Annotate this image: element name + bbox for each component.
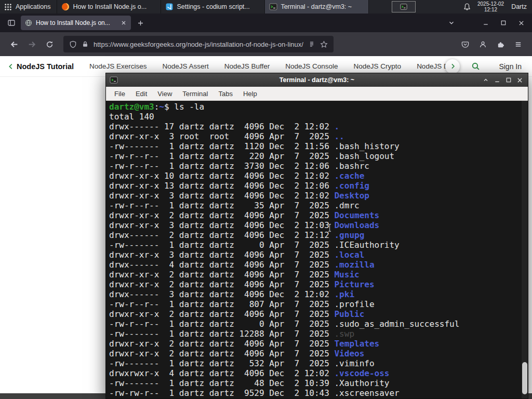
menu-file[interactable]: File xyxy=(109,90,130,98)
terminal-line: -rw------- 1 dartz dartz 48 Dec 2 10:39 … xyxy=(109,378,521,388)
applications-label: Applications xyxy=(16,3,50,10)
browser-tab-bar: How to Install Node.js on... xyxy=(0,14,532,32)
pocket-icon[interactable] xyxy=(456,36,474,52)
terminal-line: drwxr-xr-x 2 dartz dartz 4096 Apr 7 2025… xyxy=(109,210,521,220)
menu-edit[interactable]: Edit xyxy=(130,90,152,98)
terminal-line: drwxr-xr-x 13 dartz dartz 4096 Dec 2 12:… xyxy=(109,181,521,191)
codium-icon xyxy=(165,3,174,11)
gfg-nav-item[interactable]: NodeJS Assert xyxy=(162,62,208,70)
browser-tab[interactable]: How to Install Node.js on... xyxy=(21,16,131,30)
gfg-nav-item[interactable]: NodeJS Console xyxy=(285,62,338,70)
window-controls xyxy=(477,14,530,32)
close-icon xyxy=(516,77,523,84)
terminal-line: drwxr-xr-x 2 dartz dartz 4096 Apr 7 2025… xyxy=(109,309,521,319)
chevron-left-icon[interactable] xyxy=(7,63,15,70)
shield-icon[interactable] xyxy=(69,41,77,48)
terminal-minimize-button[interactable] xyxy=(493,75,501,85)
taskbar-button-codium[interactable]: Settings - codium script... xyxy=(161,0,265,14)
gfg-nav-item[interactable]: NodeJS Crypto xyxy=(354,62,402,70)
taskbar-button-firefox[interactable]: How to Install Node.js o... xyxy=(57,0,161,14)
new-tab-button[interactable] xyxy=(137,20,144,26)
taskbar-label: Settings - codium script... xyxy=(177,3,260,10)
menu-tabs[interactable]: Tabs xyxy=(213,90,237,98)
clock-date: 2025-12-02 xyxy=(477,1,504,7)
window-minimize-button[interactable] xyxy=(477,14,495,32)
terminal-line: -rw------- 1 dartz dartz 12288 Apr 7 202… xyxy=(109,329,521,339)
window-close-button[interactable] xyxy=(512,14,530,32)
nav-scroll-right-button[interactable] xyxy=(445,59,460,74)
url-text: https://www.geeksforgeeks.org/node-js/in… xyxy=(94,41,303,48)
tab-close-button[interactable] xyxy=(121,20,127,26)
taskbar-label: How to Install Node.js o... xyxy=(73,3,156,10)
menu-view[interactable]: View xyxy=(152,90,177,98)
menu-help[interactable]: Help xyxy=(238,90,262,98)
gfg-nav-item[interactable]: NodeJS Tutorial xyxy=(17,62,74,71)
taskbar-button-terminal[interactable]: Terminal - dartz@vm3: ~ xyxy=(265,0,369,14)
reload-icon xyxy=(46,41,54,48)
firefox-view-icon[interactable] xyxy=(7,19,16,27)
gfg-nav-item[interactable]: NodeJS Buffer xyxy=(224,62,270,70)
search-icon[interactable] xyxy=(471,62,480,71)
maximize-icon xyxy=(506,77,512,83)
shade-button[interactable] xyxy=(481,75,490,85)
user-menu[interactable]: Dartz xyxy=(511,3,527,10)
minimize-icon xyxy=(494,77,500,83)
firefox-icon xyxy=(61,3,70,11)
terminal-line: drwx------ 4 dartz dartz 4096 Apr 7 2025… xyxy=(109,260,521,270)
top-panel: Applications How to Install Node.js o...… xyxy=(0,0,532,14)
terminal-line: drwxr-xr-x 2 dartz dartz 4096 Apr 7 2025… xyxy=(109,280,521,289)
terminal-line: -rw------- 1 dartz dartz 1120 Dec 2 11:5… xyxy=(109,141,521,151)
url-bar[interactable]: https://www.geeksforgeeks.org/node-js/in… xyxy=(63,36,334,52)
applications-button[interactable]: Applications xyxy=(0,0,57,14)
terminal-maximize-button[interactable] xyxy=(504,75,513,85)
terminal-icon xyxy=(400,3,407,10)
window-maximize-button[interactable] xyxy=(495,14,512,32)
menu-terminal[interactable]: Terminal xyxy=(177,90,213,98)
terminal-line: drwxr-xr-x 2 dartz dartz 4096 Apr 7 2025… xyxy=(109,270,521,280)
terminal-close-button[interactable] xyxy=(515,75,524,85)
terminal-line: drwxr-xr-x 2 dartz dartz 4096 Apr 7 2025… xyxy=(109,339,521,349)
terminal-titlebar[interactable]: Terminal - dartz@vm3: ~ xyxy=(106,73,528,87)
applications-icon xyxy=(4,3,12,11)
back-arrow-icon xyxy=(10,40,19,49)
mouse-cursor xyxy=(326,223,333,232)
panel-clock[interactable]: 2025-12-02 12:12 xyxy=(477,1,504,12)
terminal-lines: dartz@vm3:~$ ls -latotal 140drwx------ 1… xyxy=(109,102,521,398)
forward-button[interactable] xyxy=(23,36,41,52)
terminal-line: total 140 xyxy=(109,112,521,122)
terminal-line: drwxr-xr-x 3 root root 4096 Apr 7 2025 .… xyxy=(109,131,521,141)
bookmark-star-icon[interactable] xyxy=(320,41,328,48)
sign-in-link[interactable]: Sign In xyxy=(499,62,522,71)
lock-icon[interactable] xyxy=(82,41,89,48)
reload-button[interactable] xyxy=(41,36,58,52)
list-tabs-button[interactable] xyxy=(448,19,455,26)
scrollbar-thumb[interactable] xyxy=(522,362,527,394)
terminal-line: drwx------ 3 dartz dartz 4096 Dec 2 12:0… xyxy=(109,289,521,299)
back-button[interactable] xyxy=(5,36,23,52)
forward-arrow-icon xyxy=(28,40,36,49)
chevron-right-icon xyxy=(449,63,456,70)
terminal-output[interactable]: dartz@vm3:~$ ls -latotal 140drwx------ 1… xyxy=(106,101,528,398)
terminal-line: -rw-r--r-- 1 dartz dartz 0 Apr 7 2025 .s… xyxy=(109,319,521,329)
clock-time: 12:12 xyxy=(477,7,504,12)
extensions-icon[interactable] xyxy=(491,36,509,52)
terminal-scrollbar[interactable] xyxy=(522,101,528,398)
terminal-line: drwxr-xr-x 10 dartz dartz 4096 Dec 2 12:… xyxy=(109,171,521,181)
reader-mode-icon[interactable] xyxy=(308,41,315,48)
chevron-up-icon xyxy=(483,77,489,83)
terminal-line: drwxr-xr-x 3 dartz dartz 4096 Dec 2 12:0… xyxy=(109,191,521,201)
terminal-window: Terminal - dartz@vm3: ~ FileEditViewTerm… xyxy=(105,73,528,399)
gfg-nav-items: NodeJS TutorialNodeJS ExercisesNodeJS As… xyxy=(17,62,454,71)
terminal-line: -rw-r--r-- 1 dartz dartz 35 Apr 7 2025 .… xyxy=(109,201,521,210)
terminal-icon xyxy=(269,3,277,11)
panel-launcher-terminal[interactable] xyxy=(392,1,416,12)
terminal-line: -rw------- 1 dartz dartz 532 Apr 7 2025 … xyxy=(109,358,521,368)
account-icon[interactable] xyxy=(474,36,491,52)
menu-icon[interactable] xyxy=(509,36,527,52)
chevron-down-icon xyxy=(448,19,455,26)
terminal-line: -rw-r--r-- 1 dartz dartz 3730 Dec 2 12:0… xyxy=(109,161,521,171)
taskbar-label: Terminal - dartz@vm3: ~ xyxy=(281,3,364,10)
notifications-bell-icon[interactable] xyxy=(463,3,471,11)
gfg-nav-item[interactable]: NodeJS Exercises xyxy=(89,62,147,70)
terminal-line: -rw------- 1 dartz dartz 0 Apr 7 2025 .I… xyxy=(109,240,521,250)
